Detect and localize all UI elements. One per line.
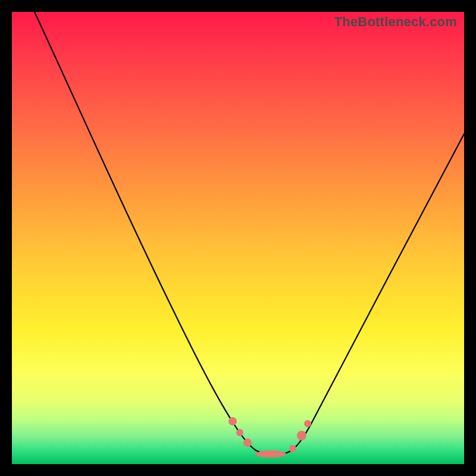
marker-bar: [255, 450, 286, 458]
marker-dot: [243, 439, 252, 447]
curve-right-branch: [292, 134, 464, 450]
bottleneck-curve: [35, 12, 464, 455]
marker-dot: [297, 431, 306, 440]
marker-dot: [236, 429, 243, 436]
plot-area: TheBottleneck.com: [12, 12, 464, 464]
marker-dot: [228, 417, 237, 425]
marker-dot: [304, 420, 311, 427]
marker-dot: [289, 445, 296, 452]
curve-markers: [228, 417, 311, 458]
bottleneck-curve-svg: [12, 12, 464, 464]
curve-left-branch: [35, 12, 256, 450]
chart-frame: TheBottleneck.com: [0, 0, 476, 476]
